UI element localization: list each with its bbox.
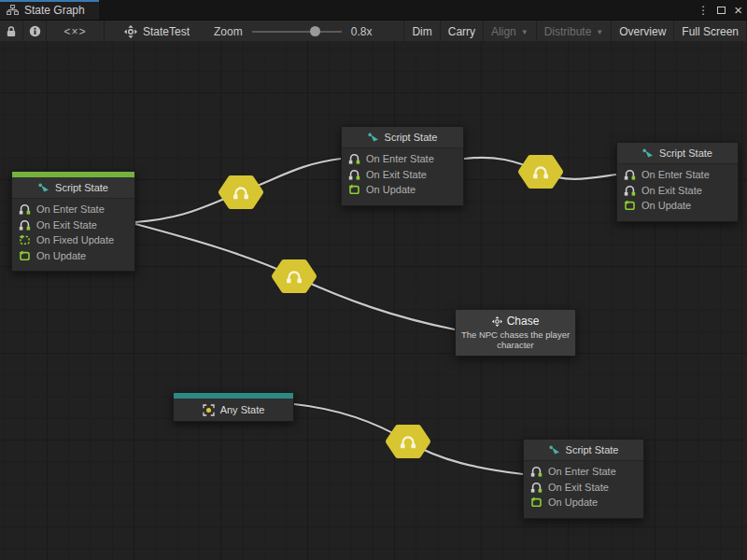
node-body: On Enter State On Exit State On Fixed Up…: [12, 199, 134, 271]
event-row-on-enter: On Enter State: [524, 464, 643, 480]
on-exit-state-icon: [348, 169, 360, 180]
on-exit-state-icon: [530, 482, 543, 493]
transition-icon[interactable]: [221, 178, 261, 206]
on-enter-state-icon: [19, 203, 31, 215]
on-exit-state-icon: [624, 185, 636, 196]
node-script-state-top[interactable]: Script State On Enter State On Exit Stat…: [341, 126, 464, 206]
event-row-on-update: On Update: [524, 495, 643, 511]
tab-label: State Graph: [24, 4, 85, 17]
event-row-on-exit: On Exit State: [617, 183, 738, 199]
lock-button[interactable]: [0, 21, 23, 42]
node-script-state-right[interactable]: Script State On Enter State On Exit Stat…: [616, 142, 739, 222]
graph-canvas[interactable]: Script State On Enter State On Exit Stat…: [0, 41, 747, 560]
dim-button[interactable]: Dim: [404, 21, 440, 42]
on-enter-state-icon: [348, 153, 360, 164]
node-body: On Enter State On Exit State On Update: [342, 148, 463, 205]
zoom-slider-track[interactable]: [252, 31, 342, 33]
node-script-state-bottom[interactable]: Script State On Enter State On Exit Stat…: [523, 439, 644, 519]
event-row-on-exit: On Exit State: [524, 480, 643, 496]
node-chase[interactable]: Chase The NPC chases the player characte…: [455, 309, 576, 357]
chevron-down-icon: ▼: [596, 28, 603, 36]
chevron-down-icon: ▼: [521, 28, 529, 36]
zoom-slider-handle[interactable]: [310, 26, 320, 36]
script-state-icon: [38, 183, 49, 193]
on-exit-state-icon: [19, 219, 31, 231]
lock-icon: [6, 25, 17, 37]
code-button[interactable]: <×>: [47, 21, 105, 42]
graph-selector[interactable]: StateTest: [120, 21, 193, 42]
any-state-icon: [203, 404, 215, 416]
node-header: Chase: [459, 315, 571, 328]
tab-state-graph[interactable]: State Graph: [0, 0, 99, 20]
node-any-state[interactable]: Any State: [173, 392, 294, 422]
event-row-on-update: On Update: [342, 182, 463, 198]
event-row-on-exit: On Exit State: [12, 217, 134, 233]
node-body: On Enter State On Exit State On Update: [617, 164, 738, 221]
node-header: Script State: [12, 177, 134, 199]
info-button[interactable]: [23, 21, 47, 42]
maximize-icon[interactable]: [717, 7, 726, 14]
on-update-icon: [624, 200, 636, 211]
node-header: Any State: [174, 399, 293, 421]
event-row-on-update: On Update: [12, 248, 134, 264]
state-graph-window: State Graph ⋮ × <×> StateTest Zoom: [0, 0, 747, 560]
script-state-icon: [549, 445, 560, 455]
transition-icon[interactable]: [275, 262, 314, 290]
on-fixed-update-icon: [19, 234, 31, 245]
info-icon: [29, 25, 41, 37]
carry-button[interactable]: Carry: [441, 21, 484, 42]
graph-tab-icon: [7, 5, 19, 15]
node-script-state-left[interactable]: Script State On Enter State On Exit Stat…: [11, 171, 135, 272]
gizmo-icon: [124, 25, 137, 38]
script-state-icon: [368, 133, 379, 143]
align-button[interactable]: Align▼: [484, 21, 537, 42]
event-row-on-fixed-update: On Fixed Update: [12, 232, 134, 248]
event-row-on-update: On Update: [617, 198, 738, 214]
close-icon[interactable]: ×: [734, 3, 742, 17]
tab-strip: State Graph ⋮ ×: [0, 0, 747, 21]
code-icon: <×>: [63, 25, 86, 38]
window-menu-icon[interactable]: ⋮: [698, 5, 709, 16]
toolbar-spacer: [372, 21, 404, 42]
event-row-on-enter: On Enter State: [617, 167, 738, 183]
fullscreen-button[interactable]: Full Screen: [674, 21, 747, 42]
zoom-control: Zoom 0.8x: [214, 21, 372, 42]
overview-button[interactable]: Overview: [612, 21, 674, 42]
gizmo-icon: [492, 316, 502, 327]
on-enter-state-icon: [624, 169, 636, 180]
event-row-on-enter: On Enter State: [342, 151, 463, 167]
on-update-icon: [348, 184, 360, 195]
zoom-value: 0.8x: [351, 25, 373, 38]
script-state-icon: [642, 148, 654, 159]
transition-icon[interactable]: [521, 158, 560, 186]
toolbar: <×> StateTest Zoom 0.8x Dim Carry Align▼…: [0, 21, 747, 43]
event-row-on-enter: On Enter State: [12, 202, 134, 217]
tab-accent-line: [0, 0, 99, 2]
node-description: The NPC chases the player character: [459, 329, 571, 350]
event-row-on-exit: On Exit State: [342, 167, 463, 183]
node-body: On Enter State On Exit State On Update: [524, 461, 643, 518]
graph-name: StateTest: [143, 25, 190, 38]
on-update-icon: [19, 250, 31, 261]
node-header: Script State: [617, 143, 738, 164]
window-controls: ⋮ ×: [698, 0, 742, 20]
node-header: Script State: [342, 127, 463, 148]
node-header: Script State: [524, 440, 643, 461]
zoom-slider[interactable]: [252, 21, 342, 42]
transition-icon[interactable]: [388, 427, 428, 455]
zoom-label: Zoom: [214, 25, 243, 38]
on-update-icon: [530, 497, 543, 508]
on-enter-state-icon: [530, 466, 543, 477]
distribute-button[interactable]: Distribute▼: [537, 21, 613, 42]
